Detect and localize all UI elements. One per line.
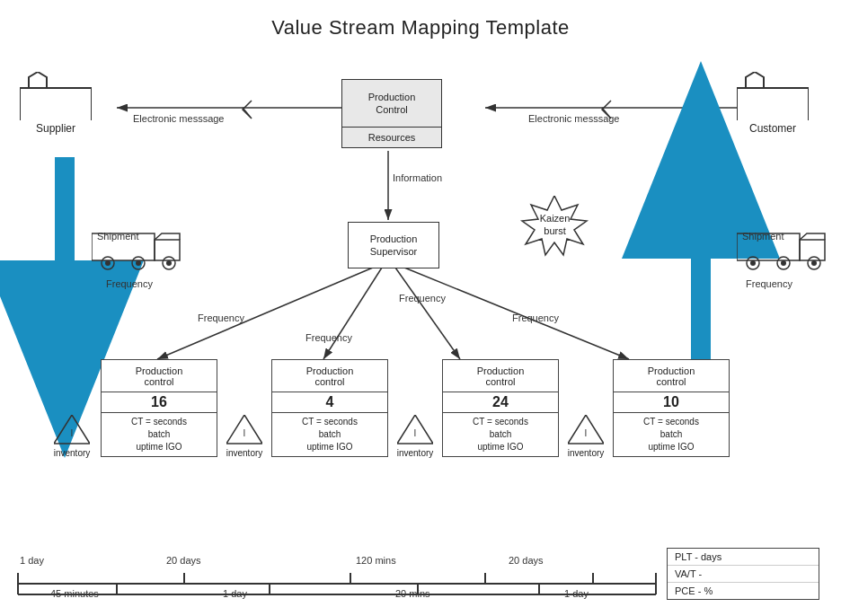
svg-point-40	[750, 260, 756, 266]
supervisor-label: ProductionSupervisor	[370, 233, 418, 259]
shipment-freq-right: Frequency	[746, 278, 792, 289]
timeline-label-top-2: 20 days	[166, 555, 201, 566]
inv-3-label: inventory	[388, 448, 442, 458]
freq-label-3: Frequency	[399, 293, 446, 304]
svg-point-44	[811, 260, 817, 266]
production-supervisor: ProductionSupervisor	[348, 222, 439, 268]
process-2-number: 4	[272, 392, 387, 413]
inv-4-label: inventory	[559, 448, 613, 458]
timeline-label-top-4: 20 days	[509, 555, 544, 566]
process-3-number: 24	[443, 392, 558, 413]
process-2-details: CT = secondsbatchuptime IGO	[272, 413, 387, 456]
svg-point-36	[166, 260, 172, 266]
timeline-label-bot-1: 45 minutes	[50, 588, 99, 599]
inventory-4: I inventory	[559, 415, 613, 458]
resources-label: Resources	[368, 132, 416, 143]
electronic-msg-left: Electronic messsage	[133, 113, 225, 124]
process-4-label: Productioncontrol	[614, 360, 729, 392]
timeline-label-top-3: 120 mins	[356, 555, 396, 566]
process-box-1: Productioncontrol 16 CT = secondsbatchup…	[101, 359, 217, 457]
information-label: Information	[393, 172, 442, 183]
timeline-label-bot-2: 1 day	[223, 588, 247, 599]
summary-vat: VA/T -	[668, 566, 819, 583]
production-control-resources: Resources	[341, 127, 442, 148]
freq-label-1: Frequency	[198, 312, 244, 323]
svg-text:I: I	[585, 428, 588, 438]
supplier-label: Supplier	[20, 122, 92, 135]
inventory-2: I inventory	[217, 415, 271, 458]
svg-text:I: I	[414, 428, 417, 438]
process-box-2: Productioncontrol 4 CT = secondsbatchupt…	[271, 359, 388, 457]
process-box-4: Productioncontrol 10 CT = secondsbatchup…	[613, 359, 730, 457]
customer-label: Customer	[737, 122, 809, 135]
svg-line-7	[323, 268, 382, 359]
process-1-details: CT = secondsbatchuptime IGO	[102, 413, 217, 456]
shipment-label-left: Shipment	[97, 231, 138, 242]
svg-line-6	[157, 268, 373, 359]
shipment-freq-left: Frequency	[106, 278, 153, 289]
inv-1-label: inventory	[45, 448, 99, 458]
process-2-label: Productioncontrol	[272, 360, 387, 392]
svg-text:I: I	[243, 428, 246, 438]
summary-plt: PLT - days	[668, 549, 819, 566]
svg-point-32	[105, 260, 111, 266]
process-3-label: Productioncontrol	[443, 360, 558, 392]
kaizen-burst: Kaizenburst	[517, 196, 593, 259]
timeline-label-bot-3: 20 mins	[395, 588, 430, 599]
customer-factory	[737, 72, 809, 120]
shipment-label-right: Shipment	[742, 231, 783, 242]
timeline-label-top-1: 1 day	[20, 555, 44, 566]
timeline-label-bot-4: 1 day	[564, 588, 589, 599]
process-3-details: CT = secondsbatchuptime IGO	[443, 413, 558, 456]
freq-label-4: Frequency	[512, 312, 559, 323]
svg-point-34	[136, 260, 141, 266]
inventory-1: I inventory	[45, 415, 99, 458]
supplier-factory	[20, 72, 92, 120]
summary-pce: PCE - %	[668, 583, 819, 599]
page-title: Value Stream Mapping Template	[0, 0, 841, 40]
kaizen-label: Kaizenburst	[540, 212, 571, 238]
freq-label-2: Frequency	[305, 332, 352, 343]
svg-line-8	[395, 268, 460, 359]
process-4-details: CT = secondsbatchuptime IGO	[614, 413, 729, 456]
inv-2-label: inventory	[217, 448, 271, 458]
process-box-3: Productioncontrol 24 CT = secondsbatchup…	[442, 359, 559, 457]
process-4-number: 10	[614, 392, 729, 413]
svg-text:I: I	[71, 428, 74, 438]
process-1-number: 16	[102, 392, 217, 413]
summary-box: PLT - days VA/T - PCE - %	[667, 548, 819, 600]
svg-point-42	[781, 260, 786, 266]
electronic-msg-right: Electronic messsage	[528, 113, 620, 124]
production-control-label: ProductionControl	[368, 91, 416, 117]
production-control-top: ProductionControl	[341, 79, 442, 128]
process-1-label: Productioncontrol	[102, 360, 217, 392]
inventory-3: I inventory	[388, 415, 442, 458]
